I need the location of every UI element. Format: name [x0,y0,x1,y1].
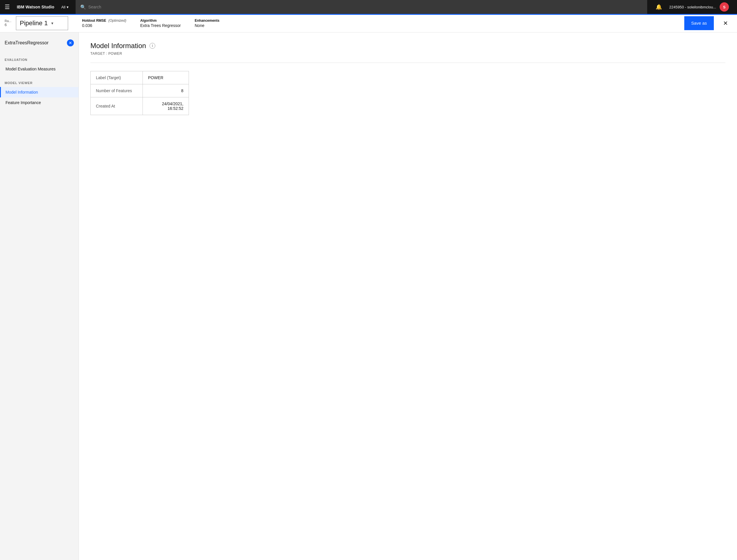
table-row: Number of Features 8 [91,84,189,97]
pipeline-name: Pipeline 1 [20,19,48,27]
page-wrapper: Ra... 6 Pipeline 1 ▾ Holdout RMSE (Optim… [0,0,737,560]
navbar-right: 🔔 2245950 - soleilonibmclou... S [652,0,732,14]
info-icon[interactable]: i [150,43,155,49]
scope-chevron-icon: ▾ [67,5,69,9]
main-subtitle: TARGET : POWER [90,52,725,56]
account-label: 2245950 - soleilonibmclou... [669,5,716,9]
rank-value: 6 [5,23,11,27]
content-area: ExtraTreesRegressor ✕ EVALUATION Model E… [0,32,737,560]
holdout-rmse-value: 0.036 [82,23,126,28]
algorithm-label: Algorithm [140,19,181,23]
table-row: Label (Target) POWER [91,71,189,84]
brand-name: IBM Watson Studio [17,5,54,9]
pipeline-chevron-icon: ▾ [51,21,53,26]
sidebar-section-evaluation: EVALUATION [0,51,79,64]
algorithm-info: Algorithm Extra Trees Regressor [140,19,181,28]
rank-info: Ra... 6 [5,19,11,27]
enhancements-label: Enhancements [195,19,219,23]
sidebar-item-model-evaluation[interactable]: Model Evaluation Measures [0,64,79,74]
sidebar-item-feature-importance[interactable]: Feature Importance [0,97,79,108]
accent-bar [0,14,737,15]
sidebar-title: ExtraTreesRegressor [5,40,48,46]
table-cell-label: Number of Features [91,84,143,97]
sidebar-section-model-viewer: MODEL VIEWER [0,74,79,87]
notification-bell-icon[interactable]: 🔔 [652,0,666,14]
search-icon: 🔍 [80,4,86,10]
toolbar: Ra... 6 Pipeline 1 ▾ Holdout RMSE (Optim… [0,14,737,32]
avatar: S [720,2,729,12]
main-title: Model Information [90,42,146,50]
sidebar: ExtraTreesRegressor ✕ EVALUATION Model E… [0,32,79,560]
scope-dropdown[interactable]: All ▾ [59,0,71,14]
enhancements-info: Enhancements None [195,19,219,28]
table-row: Created At 24/04/2021, 16:52:52 [91,97,189,115]
table-cell-label: Label (Target) [91,71,143,84]
enhancements-value: None [195,23,219,28]
main-header: Model Information i [90,42,725,50]
sidebar-item-model-evaluation-label: Model Evaluation Measures [6,67,56,71]
menu-icon[interactable]: ☰ [5,3,10,10]
close-button[interactable]: ✕ [718,16,732,30]
sidebar-item-model-information[interactable]: Model Information [0,87,79,97]
toolbar-metadata: Holdout RMSE (Optimized) 0.036 Algorithm… [82,19,219,28]
search-bar: 🔍 [76,0,647,14]
save-as-button[interactable]: Save as [684,16,714,30]
table-cell-value: 24/04/2021, 16:52:52 [143,97,189,115]
sidebar-header: ExtraTreesRegressor ✕ [0,32,79,51]
sidebar-item-feature-importance-label: Feature Importance [6,100,41,105]
scope-label: All [61,5,65,9]
holdout-optimized-tag: (Optimized) [108,19,126,23]
algorithm-value: Extra Trees Regressor [140,23,181,28]
table-cell-value: POWER [143,71,189,84]
sidebar-close-badge[interactable]: ✕ [67,39,74,46]
holdout-rmse-label: Holdout RMSE (Optimized) [82,19,126,23]
model-info-table: Label (Target) POWER Number of Features … [90,71,189,115]
account-menu[interactable]: 2245950 - soleilonibmclou... S [666,0,732,14]
sidebar-item-model-information-label: Model Information [6,90,38,94]
table-cell-value: 8 [143,84,189,97]
rank-label: Ra... [5,19,11,23]
divider [90,63,725,63]
main-content: Model Information i TARGET : POWER Label… [79,32,737,560]
pipeline-selector[interactable]: Pipeline 1 ▾ [16,16,68,30]
table-cell-label: Created At [91,97,143,115]
holdout-rmse-info: Holdout RMSE (Optimized) 0.036 [82,19,126,28]
search-input[interactable] [88,5,643,9]
navbar: ☰ IBM Watson Studio All ▾ 🔍 🔔 2245950 - … [0,0,737,14]
